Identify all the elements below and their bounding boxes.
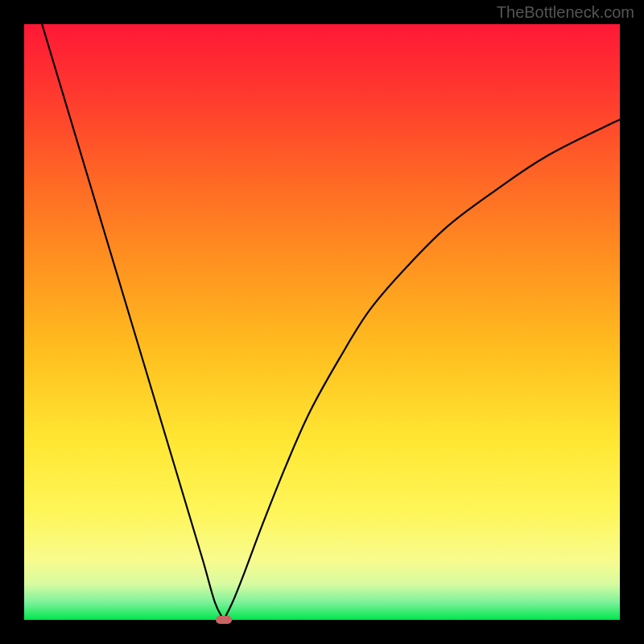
curve-layer bbox=[24, 24, 620, 620]
plot-inner bbox=[24, 24, 620, 620]
plot-area bbox=[24, 24, 620, 620]
curve-right-branch bbox=[224, 119, 620, 620]
curve-left-branch bbox=[42, 24, 224, 620]
watermark-text: TheBottleneck.com bbox=[497, 3, 634, 22]
minimum-marker bbox=[216, 616, 232, 624]
